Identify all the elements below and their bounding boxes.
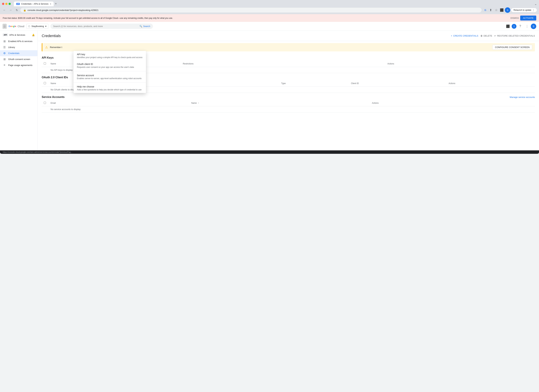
oauth-type-header[interactable]: Type — [279, 80, 349, 87]
oauth-creation-date-header[interactable]: Creation date ↓ — [127, 80, 279, 87]
manage-service-accounts-link[interactable]: Manage service accounts — [510, 96, 535, 98]
hamburger-menu[interactable]: ☰ — [3, 24, 6, 29]
sidebar: API APIs & Services 🔔 ⊞ Enabled APIs & s… — [0, 31, 38, 150]
dropdown-divider — [73, 71, 146, 71]
search-button[interactable]: 🔍 Search — [140, 25, 150, 28]
user-avatar[interactable]: S — [531, 24, 536, 29]
relaunch-label: Relaunch to update — [514, 9, 531, 11]
sidebar-item-library[interactable]: ☰ Library — [0, 44, 37, 50]
notification-badge[interactable]: 1 — [512, 24, 516, 29]
content-header: Credentials + CREATE CREDENTIALS 🗑 DELET… — [38, 31, 539, 41]
sa-checkbox-header — [42, 100, 48, 106]
top-nav-right: ⬛ 1 ? ⋮ S — [505, 23, 536, 29]
service-accounts-title: Service Accounts — [42, 96, 65, 99]
oauth-client-id-header[interactable]: Client ID — [349, 80, 447, 87]
dropdown-item-service-account[interactable]: Service account Enables server-to-server… — [73, 72, 146, 82]
google-logo: Google — [9, 25, 16, 28]
sidebar-library-label: Library — [8, 46, 15, 48]
dropdown-item-api-key[interactable]: API key Identifies your project using a … — [73, 51, 146, 61]
sidebar-item-enabled-apis[interactable]: ⊞ Enabled APIs & services — [0, 38, 37, 44]
new-tab-button[interactable]: + — [54, 1, 58, 6]
active-tab[interactable]: API Credentials – APIs & Services × — [14, 1, 54, 6]
service-accounts-header: Service Accounts Manage service accounts — [42, 96, 535, 99]
service-accounts-table: Email Name ↑ Actions — [42, 100, 535, 112]
address-bar[interactable]: 🔒 console.cloud.google.com/apis/credenti… — [20, 8, 481, 13]
api-keys-select-all[interactable] — [44, 62, 46, 65]
oauth-client-title: OAuth client ID — [77, 63, 143, 65]
search-icon: 🔍 — [140, 25, 142, 28]
browser-more-icon[interactable]: ⌄ — [534, 2, 537, 6]
service-account-title: Service account — [77, 74, 143, 77]
delete-icon: 🗑 — [480, 34, 483, 37]
relaunch-button[interactable]: Relaunch to update ⋮ — [511, 8, 537, 12]
help-button[interactable]: ? — [517, 23, 523, 29]
library-icon: ☰ — [3, 46, 6, 49]
sa-empty-msg: No service accounts to display — [48, 106, 535, 112]
sa-email-header[interactable]: Email — [48, 100, 189, 106]
page-title: Credentials — [42, 34, 61, 38]
sa-select-all[interactable] — [44, 102, 46, 104]
sidebar-item-credentials[interactable]: ⚙ Credentials — [0, 50, 37, 56]
create-icon: + — [451, 34, 452, 37]
tab-search-button[interactable]: ⬛ — [499, 8, 504, 13]
sa-actions-header: Actions — [370, 100, 535, 106]
sidebar-header: API APIs & Services 🔔 — [0, 32, 37, 38]
dropdown-item-oauth-client[interactable]: OAuth client ID Requests user consent so… — [73, 61, 146, 70]
reload-button[interactable]: ↻ — [14, 8, 19, 13]
bookmark-button[interactable]: ☆ — [494, 8, 499, 13]
restore-label: RESTORE DELETED CREDENTIALS — [497, 34, 535, 37]
oauth-checkbox-header — [42, 80, 48, 87]
google-button[interactable]: G — [483, 8, 488, 13]
profile-avatar[interactable]: S — [505, 7, 510, 13]
create-credentials-button[interactable]: + CREATE CREDENTIALS — [451, 33, 478, 38]
sa-name-sort-icon: ↑ — [198, 102, 199, 104]
project-selector[interactable]: ⬡ StayBooking ▾ — [26, 24, 48, 29]
help-choose-description: Asks a few questions to help you decide … — [77, 89, 143, 91]
close-dot[interactable] — [2, 3, 4, 5]
oauth-select-all[interactable] — [44, 82, 46, 84]
service-accounts-header-row: Email Name ↑ Actions — [42, 100, 535, 106]
browser-toolbar: ← → ↻ 🔒 console.cloud.google.com/apis/cr… — [0, 6, 539, 14]
help-choose-title: Help me choose — [77, 85, 143, 88]
dismiss-button[interactable]: DISMISS — [510, 17, 519, 19]
service-account-description: Enables server-to-server, app-level auth… — [77, 77, 143, 80]
tab-close-button[interactable]: × — [50, 3, 51, 5]
api-keys-actions-header: Actions — [385, 61, 535, 67]
back-button[interactable]: ← — [2, 8, 7, 13]
oauth-actions-header: Actions — [447, 80, 535, 87]
api-keys-checkbox-header — [42, 61, 48, 67]
delete-button[interactable]: 🗑 DELETE — [480, 33, 492, 38]
activate-button[interactable]: ACTIVATE — [520, 15, 536, 20]
oauth-client-description: Requests user consent so your app can ac… — [77, 66, 143, 68]
sa-empty-row: No service accounts to display — [42, 106, 535, 112]
sidebar-item-page-usage[interactable]: ≡ Page usage agreements — [0, 62, 37, 68]
sidebar-item-oauth[interactable]: ⊞ OAuth consent screen — [0, 56, 37, 62]
restore-button[interactable]: ↩ RESTORE DELETED CREDENTIALS — [494, 33, 535, 38]
sidebar-oauth-label: OAuth consent screen — [8, 58, 30, 61]
cloud-text: Cloud — [18, 25, 24, 28]
dropdown-item-help-choose[interactable]: Help me choose Asks a few questions to h… — [73, 83, 146, 93]
browser-tabs: API Credentials – APIs & Services × + — [14, 1, 533, 6]
create-label: CREATE CREDENTIALS — [453, 34, 478, 37]
top-nav: ☰ Google Cloud ⬡ StayBooking ▾ 🔍 — [0, 22, 539, 31]
minimize-dot[interactable] — [5, 3, 8, 5]
share-button[interactable]: ⬆ — [488, 8, 493, 13]
search-input[interactable] — [53, 25, 138, 28]
sa-name-header[interactable]: Name ↑ — [189, 100, 370, 106]
configure-consent-button[interactable]: CONFIGURE CONSENT SCREEN — [492, 45, 532, 50]
api-keys-restrictions-header[interactable]: Restrictions — [181, 61, 385, 67]
maximize-dot[interactable] — [9, 3, 11, 5]
status-url: https://console.cloud.google.com/iam-adm… — [3, 151, 72, 153]
trial-banner-actions: DISMISS ACTIVATE — [510, 15, 536, 20]
sidebar-credentials-label: Credentials — [8, 52, 19, 54]
tab-title: Credentials – APIs & Services — [21, 3, 48, 5]
address-text: console.cloud.google.com/apis/credential… — [28, 9, 98, 11]
more-options-button[interactable]: ⋮ — [524, 23, 530, 29]
toolbar-actions: G ⬆ ☆ ⬛ S Relaunch to update ⋮ — [483, 7, 537, 13]
restore-icon: ↩ — [494, 34, 496, 37]
tab-favicon: API — [16, 3, 20, 5]
forward-button[interactable]: → — [8, 8, 13, 13]
bell-icon[interactable]: 🔔 — [32, 34, 35, 36]
sidebar-enabled-apis-label: Enabled APIs & services — [8, 40, 33, 43]
terminal-button[interactable]: ⬛ — [505, 23, 511, 29]
